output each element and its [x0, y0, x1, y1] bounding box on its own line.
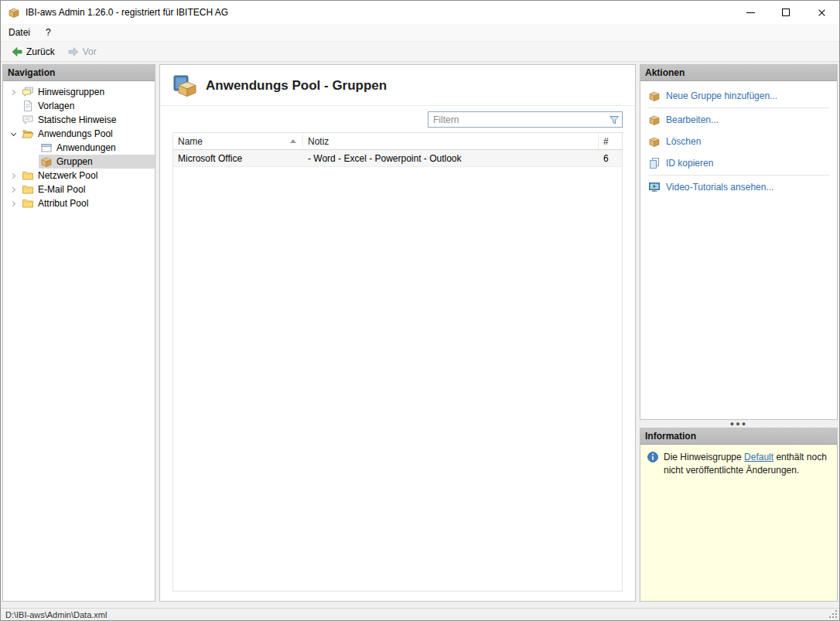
column-header-notiz-label: Notiz — [308, 136, 329, 147]
window-title: IBI-aws Admin 1.26.0 - registriert für I… — [26, 7, 228, 18]
folder-icon — [22, 169, 34, 182]
column-header-name[interactable]: Name — [173, 133, 303, 149]
action-add-group[interactable]: Neue Gruppe hinzufügen... — [640, 85, 837, 107]
groups-table: Name Notiz # Microsoft Office - Word - E… — [172, 132, 623, 592]
expander-expanded-icon[interactable] — [6, 131, 20, 137]
tree-item-vorlagen[interactable]: Vorlagen — [3, 99, 155, 113]
minimize-button[interactable] — [732, 1, 768, 24]
package-add-icon — [648, 90, 661, 102]
action-delete[interactable]: Löschen — [640, 131, 837, 152]
maximize-button[interactable] — [768, 1, 804, 24]
tree-item-email-pool[interactable]: E-Mail Pool — [3, 183, 155, 196]
workspace: Navigation Hinweisgruppen Vorlagen — [1, 62, 839, 608]
close-icon — [818, 9, 826, 17]
resize-grip[interactable] — [829, 610, 837, 618]
info-circle-icon — [647, 451, 659, 463]
right-column: Aktionen Neue Gruppe hinzufügen... Bearb… — [640, 64, 838, 602]
action-edit[interactable]: Bearbeiten... — [640, 109, 837, 131]
page-header: Anwendungs Pool - Gruppen — [160, 65, 635, 106]
panel-splitter-handle[interactable]: ●●● — [640, 420, 838, 428]
tree-item-label: Vorlagen — [38, 101, 74, 111]
video-icon — [648, 181, 661, 193]
expander-collapsed-icon[interactable] — [6, 174, 20, 178]
tree-item-label: Anwendungs Pool — [38, 128, 113, 139]
template-icon — [22, 100, 34, 112]
open-folder-icon — [22, 128, 34, 140]
tree-item-hinweisgruppen[interactable]: Hinweisgruppen — [3, 85, 155, 99]
titlebar: IBI-aws Admin 1.26.0 - registriert für I… — [1, 1, 839, 24]
back-button[interactable]: Zurück — [7, 44, 59, 60]
column-header-count[interactable]: # — [599, 133, 622, 149]
forward-button[interactable]: Vor — [63, 44, 101, 60]
information-message: Die Hinweisgruppe Default enthält noch n… — [664, 451, 831, 478]
folder-icon — [22, 183, 34, 196]
action-label: Bearbeiten... — [666, 114, 719, 125]
table-row-microsoft-office[interactable]: Microsoft Office - Word - Excel - Powerp… — [173, 150, 622, 167]
information-panel-header: Information — [640, 428, 837, 445]
tree-item-statische-hinweise[interactable]: Statische Hinweise — [3, 113, 155, 127]
column-header-notiz[interactable]: Notiz — [303, 133, 599, 149]
toolbar: Zurück Vor — [1, 42, 839, 62]
tree-item-label: Hinweisgruppen — [38, 87, 104, 97]
app-logo-icon — [8, 6, 20, 19]
expander-collapsed-icon[interactable] — [6, 90, 20, 94]
menu-item-help[interactable]: ? — [38, 24, 59, 41]
action-label: Löschen — [666, 136, 701, 147]
actions-panel: Aktionen Neue Gruppe hinzufügen... Bearb… — [640, 64, 838, 420]
speech-bubble-icon — [22, 114, 34, 126]
app-window: IBI-aws Admin 1.26.0 - registriert für I… — [0, 0, 840, 621]
back-arrow-icon — [11, 46, 23, 58]
sort-ascending-icon — [290, 139, 296, 143]
window-controls — [732, 1, 839, 24]
filter-box — [428, 111, 623, 128]
close-button[interactable] — [804, 1, 839, 24]
package-icon — [40, 155, 53, 168]
tree-item-anwendungen[interactable]: Anwendungen — [3, 141, 155, 155]
tree-item-gruppen[interactable]: Gruppen — [3, 155, 155, 169]
tree-item-netzwerk-pool[interactable]: Netzwerk Pool — [3, 169, 155, 183]
statusbar: D:\IBI-aws\Admin\Data.xml — [1, 608, 839, 620]
menubar: Datei ? — [1, 24, 839, 42]
actions-panel-header: Aktionen — [640, 65, 837, 81]
back-button-label: Zurück — [26, 46, 55, 57]
navigation-panel: Navigation Hinweisgruppen Vorlagen — [2, 64, 155, 602]
menu-item-datei[interactable]: Datei — [1, 24, 38, 41]
forward-button-label: Vor — [83, 46, 97, 57]
cell-name: Microsoft Office — [173, 153, 303, 164]
action-label: ID kopieren — [666, 158, 713, 169]
tree-item-label: Anwendungen — [56, 142, 116, 153]
filter-row — [160, 106, 635, 132]
maximize-icon — [782, 9, 790, 16]
forward-arrow-icon — [67, 46, 80, 58]
expander-collapsed-icon[interactable] — [6, 188, 20, 192]
actions-separator — [648, 107, 829, 108]
tree-item-label: E-Mail Pool — [38, 184, 85, 195]
filter-funnel-icon[interactable] — [608, 114, 620, 126]
navigation-panel-header: Navigation — [3, 65, 155, 81]
action-copy-id[interactable]: ID kopieren — [640, 152, 837, 174]
filter-input[interactable] — [429, 113, 608, 126]
package-delete-icon — [648, 135, 661, 148]
tree-item-label: Attribut Pool — [38, 198, 88, 209]
tree-item-attribut-pool[interactable]: Attribut Pool — [3, 196, 155, 210]
cell-count: 6 — [599, 153, 622, 164]
app-window-icon — [40, 142, 53, 154]
default-group-link[interactable]: Default — [744, 452, 773, 462]
action-video-tutorials[interactable]: Video-Tutorials ansehen... — [640, 176, 837, 198]
navigation-tree: Hinweisgruppen Vorlagen Statische Hinwei… — [3, 81, 155, 601]
hint-group-icon — [22, 86, 34, 98]
tree-item-label: Netzwerk Pool — [38, 170, 97, 181]
information-content: Die Hinweisgruppe Default enthält noch n… — [640, 445, 837, 601]
page-title: Anwendungs Pool - Gruppen — [206, 78, 387, 94]
minimize-icon — [746, 12, 755, 13]
copy-icon — [648, 157, 661, 169]
table-empty-area — [173, 167, 622, 591]
action-label: Neue Gruppe hinzufügen... — [666, 90, 777, 101]
action-label: Video-Tutorials ansehen... — [666, 182, 773, 193]
expander-collapsed-icon[interactable] — [6, 202, 20, 206]
information-text-before: Die Hinweisgruppe — [664, 452, 744, 462]
column-header-name-label: Name — [178, 136, 203, 147]
actions-list: Neue Gruppe hinzufügen... Bearbeiten... … — [640, 81, 837, 202]
table-header-row: Name Notiz # — [173, 133, 622, 150]
tree-item-anwendungs-pool[interactable]: Anwendungs Pool — [3, 127, 155, 141]
